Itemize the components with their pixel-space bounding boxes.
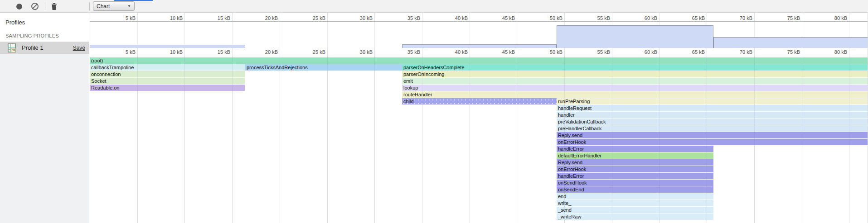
gridline — [184, 22, 185, 48]
flame-bar[interactable]: onErrorHook — [557, 166, 713, 172]
gridline — [707, 13, 707, 21]
profile-name: Profile 1 — [22, 44, 73, 51]
flame-bar[interactable]: write_ — [557, 200, 713, 206]
gridline — [280, 48, 280, 56]
flame-bar[interactable]: processTicksAndRejections — [245, 64, 402, 71]
flame-bar[interactable]: preHandlerCallback — [557, 125, 868, 132]
flame-bar[interactable]: end — [557, 193, 713, 199]
flame-bar[interactable]: onSendHook — [557, 180, 713, 186]
flame-bar[interactable]: Readable.on — [90, 85, 245, 91]
axis-tick-label: 25 kB — [313, 49, 327, 55]
gridline — [232, 22, 233, 48]
axis-tick-label: 60 kB — [645, 15, 659, 21]
gridline — [802, 13, 802, 21]
delete-profile-button[interactable] — [50, 0, 58, 13]
gridline — [517, 48, 517, 56]
gridline — [137, 22, 138, 48]
flame-bar[interactable]: (root) — [90, 57, 868, 64]
axis-tick-label: 20 kB — [265, 49, 280, 55]
axis-tick-label: 50 kB — [550, 15, 564, 21]
flame-bar[interactable]: parserOnHeadersComplete — [402, 64, 868, 71]
profile-list-item[interactable]: % Profile 1 Save — [0, 42, 89, 54]
record-button[interactable] — [15, 0, 23, 13]
gridline — [849, 13, 849, 21]
axis-tick-label: 40 kB — [455, 15, 470, 21]
flame-bar[interactable]: handleRequest — [557, 105, 868, 111]
flame-bar[interactable]: _send — [557, 207, 713, 213]
axis-tick-label: 75 kB — [787, 49, 802, 55]
gridline — [374, 22, 375, 48]
axis-tick-label: 75 kB — [787, 15, 802, 21]
chevron-down-icon: ▼ — [127, 4, 131, 8]
gridline — [517, 56, 517, 223]
gridline — [707, 56, 707, 223]
gridline — [374, 13, 375, 21]
gridline — [232, 13, 233, 21]
axis-tick-label: 65 kB — [692, 15, 707, 21]
gridline — [232, 48, 233, 56]
gridline — [470, 56, 470, 223]
flame-bar[interactable]: child — [402, 98, 557, 104]
flame-bar[interactable]: handleError — [557, 146, 713, 152]
flame-bar[interactable]: callbackTrampoline — [90, 64, 245, 71]
gridline — [470, 13, 470, 21]
axis-tick-label: 10 kB — [170, 15, 184, 21]
axis-tick-label: 45 kB — [502, 15, 517, 21]
overview-segment[interactable] — [713, 37, 868, 48]
gridline — [327, 13, 328, 21]
gridline — [659, 48, 659, 56]
gridline — [754, 56, 755, 223]
axis-tick-label: 80 kB — [834, 49, 849, 55]
flame-bar[interactable]: onconnection — [90, 71, 245, 77]
flame-bar[interactable]: preValidationCallback — [557, 119, 868, 125]
chart-view-select[interactable]: Chart ▼ — [93, 1, 135, 11]
axis-tick-label: 25 kB — [313, 15, 327, 21]
flame-bar[interactable]: runPreParsing — [557, 98, 868, 104]
gridline — [707, 48, 707, 56]
overview-segment[interactable] — [557, 25, 713, 48]
gridline — [232, 56, 233, 223]
trash-icon — [51, 3, 57, 10]
gridline — [470, 48, 470, 56]
axis-tick-label: 35 kB — [407, 49, 422, 55]
gridline — [327, 22, 328, 48]
gridline — [280, 56, 280, 223]
flame-bar[interactable]: Reply.send — [557, 159, 713, 166]
overview-pane[interactable] — [90, 21, 868, 48]
flame-bar[interactable]: lookup — [402, 85, 868, 91]
flame-bar[interactable]: parserOnIncoming — [402, 71, 868, 77]
axis-tick-label: 60 kB — [645, 49, 659, 55]
profiles-sidebar: Profiles SAMPLING PROFILES % Profile 1 S… — [0, 13, 89, 223]
overview-segment[interactable] — [90, 45, 245, 48]
toolbar-divider — [89, 2, 90, 10]
axis-tick-label: 40 kB — [455, 49, 470, 55]
flame-bar[interactable]: emit — [402, 78, 868, 84]
axis-top: 5 kB10 kB15 kB20 kB25 kB30 kB35 kB40 kB4… — [90, 13, 868, 21]
flame-bar[interactable]: defaultErrorHandler — [557, 152, 713, 159]
flame-bar[interactable]: onErrorHook — [557, 139, 868, 145]
gridline — [659, 13, 659, 21]
circle-slash-icon — [31, 3, 39, 10]
axis-bottom: 5 kB10 kB15 kB20 kB25 kB30 kB35 kB40 kB4… — [90, 48, 868, 56]
save-profile-link[interactable]: Save — [73, 45, 85, 51]
flame-bar[interactable]: onSendEnd — [557, 186, 713, 193]
flame-bar[interactable]: _writeRaw — [557, 214, 713, 220]
flame-bar[interactable]: routeHandler — [402, 91, 868, 98]
gridline — [327, 56, 328, 223]
flame-chart-pane: 5 kB10 kB15 kB20 kB25 kB30 kB35 kB40 kB4… — [90, 13, 868, 223]
axis-tick-label: 50 kB — [550, 49, 564, 55]
gridline — [564, 13, 565, 21]
flame-bar[interactable]: Socket — [90, 78, 245, 84]
axis-tick-label: 10 kB — [170, 49, 184, 55]
axis-tick-label: 55 kB — [597, 15, 612, 21]
flame-bar[interactable]: handler — [557, 112, 868, 118]
gridline — [280, 22, 280, 48]
clear-profiles-button[interactable] — [31, 0, 39, 13]
gridline — [802, 56, 802, 223]
toolbar-divider — [45, 2, 45, 10]
gridline — [754, 48, 755, 56]
gridline — [137, 13, 138, 21]
overview-segment[interactable] — [402, 44, 557, 48]
flame-bar[interactable]: Reply.send — [557, 132, 868, 138]
flame-bar[interactable]: handleError — [557, 173, 713, 179]
